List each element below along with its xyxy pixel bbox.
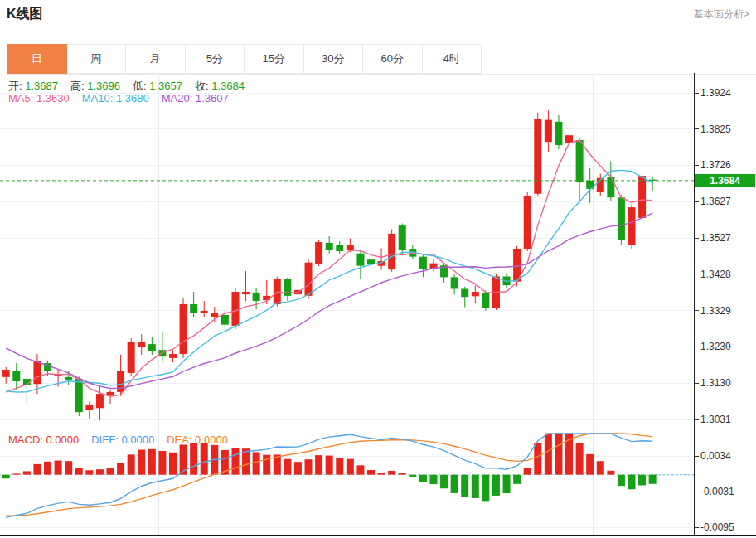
ma10-line	[6, 170, 652, 392]
macd-bar	[23, 471, 31, 474]
macd-bar	[284, 459, 291, 475]
legend-item: DIFF: 0.0000	[91, 434, 154, 446]
macd-bar	[96, 469, 104, 474]
legend-item: DEA: 0.0000	[167, 434, 228, 446]
candle-body	[12, 371, 20, 381]
candle-body	[148, 344, 156, 351]
candle-body	[419, 257, 427, 269]
candle-body	[2, 370, 10, 377]
macd-bar	[429, 475, 437, 484]
bottom-border	[0, 535, 756, 536]
price-tick-label: 1.3726	[700, 159, 731, 171]
candle-body	[388, 234, 395, 269]
candle-body	[75, 379, 83, 412]
macd-bar	[378, 473, 385, 475]
price-tick-label: 1.3329	[700, 305, 731, 317]
candle-body	[367, 259, 375, 264]
candle-body	[451, 277, 458, 288]
price-tick-label: 1.3031	[700, 414, 731, 425]
candle-body	[399, 225, 406, 250]
macd-bar	[576, 443, 584, 475]
candle-body	[555, 122, 562, 145]
candle-body	[65, 377, 72, 380]
ma5-line	[6, 140, 652, 396]
price-tick-label: 1.3130	[700, 377, 731, 389]
macd-tick-label: -0.0031	[700, 486, 734, 497]
macd-bar	[451, 475, 458, 493]
candle-body	[524, 196, 531, 249]
macd-bar	[201, 443, 208, 474]
legend-item: MA10: 1.3680	[82, 92, 149, 104]
macd-bar	[638, 475, 646, 486]
macd-bar	[315, 455, 322, 475]
price-tick-label: 1.3924	[700, 87, 731, 99]
legend-item: MA5: 1.3630	[8, 92, 70, 104]
candle-body	[138, 342, 145, 347]
macd-bar	[44, 462, 51, 475]
price-tick-label: 1.3627	[700, 196, 731, 207]
macd-bar	[482, 475, 489, 502]
macd-bar	[190, 443, 197, 474]
candle-body	[190, 304, 197, 313]
candle-body	[336, 245, 343, 251]
ma-legend: MA5: 1.3630MA10: 1.3680MA20: 1.3607	[8, 92, 241, 104]
macd-bar	[107, 468, 114, 475]
tab-period-0[interactable]: 日	[7, 44, 67, 74]
current-price-label: 1.3684	[695, 174, 755, 187]
macd-bar	[231, 448, 239, 475]
candle-body	[607, 177, 614, 197]
macd-bar	[356, 465, 364, 474]
macd-bar	[607, 471, 614, 475]
candle-body	[315, 242, 322, 264]
macd-bar	[55, 461, 62, 475]
macd-bar	[128, 454, 135, 474]
macd-bar	[158, 451, 166, 475]
macd-bar	[2, 475, 10, 479]
macd-bar	[253, 452, 260, 474]
macd-bar	[75, 468, 83, 474]
candle-body	[169, 354, 177, 358]
candle-body	[346, 245, 354, 250]
macd-bar	[545, 434, 552, 475]
macd-bar	[326, 456, 333, 475]
macd-bar	[346, 459, 354, 475]
macd-bar	[492, 475, 500, 496]
candle-body	[211, 313, 218, 317]
macd-bar	[399, 473, 406, 475]
macd-bar	[534, 443, 541, 475]
price-tick-label: 1.3428	[700, 269, 731, 280]
candle-body	[472, 292, 479, 296]
candle-body	[638, 176, 646, 218]
candle-body	[628, 207, 636, 245]
macd-bar	[618, 475, 625, 486]
macd-bar	[169, 453, 177, 475]
candle-body	[242, 292, 250, 294]
candle-body	[96, 394, 104, 408]
macd-bar	[419, 475, 427, 482]
candle-body	[461, 288, 468, 297]
macd-bar	[138, 449, 145, 474]
macd-bar	[263, 455, 270, 475]
candle-body	[85, 405, 93, 410]
macd-legend: MACD: 0.0000DIFF: 0.0000DEA: 0.0000	[8, 434, 240, 446]
macd-tick-label: -0.0095	[700, 521, 734, 533]
candle-body	[618, 197, 625, 240]
macd-bar	[388, 471, 395, 475]
legend-item: MACD: 0.0000	[8, 434, 79, 446]
macd-bar	[524, 468, 531, 474]
candle-body	[117, 371, 124, 392]
candle-body	[221, 315, 229, 325]
macd-bar	[628, 475, 636, 490]
candle-body	[128, 342, 135, 373]
macd-bar	[649, 475, 657, 484]
macd-bar	[513, 475, 521, 484]
macd-bar	[472, 475, 479, 498]
price-tick-label: 1.3825	[700, 124, 731, 135]
macd-bar	[586, 454, 594, 475]
macd-bar	[294, 462, 302, 474]
candle-body	[545, 120, 552, 142]
candle-body	[231, 292, 239, 326]
macd-tick-label: 0.0034	[700, 450, 731, 462]
macd-bar	[503, 475, 511, 493]
candle-body	[253, 293, 260, 301]
